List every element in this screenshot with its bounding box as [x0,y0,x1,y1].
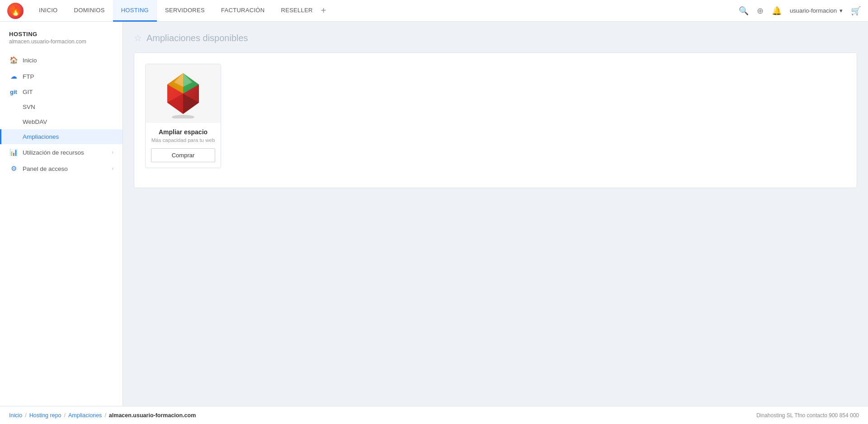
sidebar-item-ampliaciones[interactable]: Ampliaciones [0,129,123,144]
sidebar-item-svn[interactable]: SVN [0,99,123,114]
sidebar-item-label: Ampliaciones [23,133,113,140]
user-dropdown-arrow: ▾ [840,7,843,14]
sidebar-item-git[interactable]: git GIT [0,85,123,99]
sidebar-item-label: SVN [23,104,113,110]
svg-point-8 [172,115,194,118]
sidebar-item-inicio[interactable]: 🏠 Inicio [0,52,123,68]
sidebar-item-label: WebDAV [23,118,113,125]
nav-items: INICIO DOMINIOS HOSTING SERVIDORES FACTU… [31,0,739,22]
product-card-desc: Más capacidad para tu web [151,137,215,143]
product-card-image [146,64,221,123]
page-content: ☆ Ampliaciones disponibles [123,22,868,406]
sidebar-item-panel[interactable]: ⚙ Panel de acceso › [0,160,123,177]
breadcrumb: Inicio / Hosting repo / Ampliaciones / a… [9,412,196,419]
product-card-name: Ampliar espacio [151,128,215,136]
sidebar-item-label: GIT [23,89,113,95]
chevron-right-icon: › [112,165,113,172]
user-menu[interactable]: usuario-formacion ▾ [790,7,843,14]
nav-servidores[interactable]: SERVIDORES [157,0,213,22]
sidebar-item-utilizacion[interactable]: 📊 Utilización de recursos › [0,144,123,160]
breadcrumb-hosting-repo[interactable]: Hosting repo [29,412,61,419]
sidebar-item-label: Inicio [23,57,113,64]
nav-dominios[interactable]: DOMINIOS [66,0,113,22]
sidebar-subtitle: almacen.usuario-formacion.com [0,38,123,52]
git-icon: git [9,89,18,95]
breadcrumb-separator: / [104,412,106,419]
search-icon[interactable]: 🔍 [739,6,749,16]
main-content: HOSTING almacen.usuario-formacion.com 🏠 … [0,22,868,406]
chevron-right-icon: › [112,149,113,155]
breadcrumb-ampliaciones[interactable]: Ampliaciones [68,412,102,419]
cloud-icon: ☁ [9,72,18,80]
page-header: ☆ Ampliaciones disponibles [134,33,857,43]
panel-icon: ⚙ [9,165,18,173]
sidebar-item-webdav[interactable]: WebDAV [0,114,123,129]
add-service-button[interactable]: + [321,5,326,16]
nav-facturacion[interactable]: FACTURACIÓN [213,0,273,22]
nav-hosting[interactable]: HOSTING [113,0,157,22]
nav-reseller[interactable]: RESELLER [273,0,321,22]
comprar-button[interactable]: Comprar [151,148,215,162]
breadcrumb-inicio[interactable]: Inicio [9,412,22,419]
cart-icon[interactable]: 🛒 [851,6,861,16]
footer: Inicio / Hosting repo / Ampliaciones / a… [0,406,868,424]
breadcrumb-current: almacen.usuario-formacion.com [109,412,196,419]
breadcrumb-separator: / [64,412,66,419]
sidebar-item-ftp[interactable]: ☁ FTP [0,68,123,85]
settings-icon[interactable]: ⊕ [757,6,764,16]
nav-inicio[interactable]: INICIO [31,0,66,22]
home-icon: 🏠 [9,56,18,64]
sidebar-title: HOSTING [0,31,123,38]
notifications-icon[interactable]: 🔔 [772,6,782,16]
chart-icon: 📊 [9,148,18,156]
page-title: Ampliaciones disponibles [146,33,248,43]
sidebar-item-label: Panel de acceso [23,165,107,172]
logo[interactable]: 🔥 [7,3,24,19]
cards-container: Ampliar espacio Más capacidad para tu we… [134,52,857,188]
sidebar-item-label: Utilización de recursos [23,149,107,156]
gem-illustration [163,69,203,118]
star-icon: ☆ [134,33,142,43]
footer-contact: Dinahosting SL Tfno contacto 900 854 000 [756,412,859,419]
topnav-right: 🔍 ⊕ 🔔 usuario-formacion ▾ 🛒 [739,6,861,16]
breadcrumb-separator: / [25,412,26,419]
sidebar: HOSTING almacen.usuario-formacion.com 🏠 … [0,22,123,406]
product-card-ampliar-espacio: Ampliar espacio Más capacidad para tu we… [145,64,221,168]
product-card-body: Ampliar espacio Más capacidad para tu we… [146,123,221,168]
top-navigation: 🔥 INICIO DOMINIOS HOSTING SERVIDORES FAC… [0,0,868,22]
username-label: usuario-formacion [790,7,837,14]
sidebar-item-label: FTP [23,73,113,80]
